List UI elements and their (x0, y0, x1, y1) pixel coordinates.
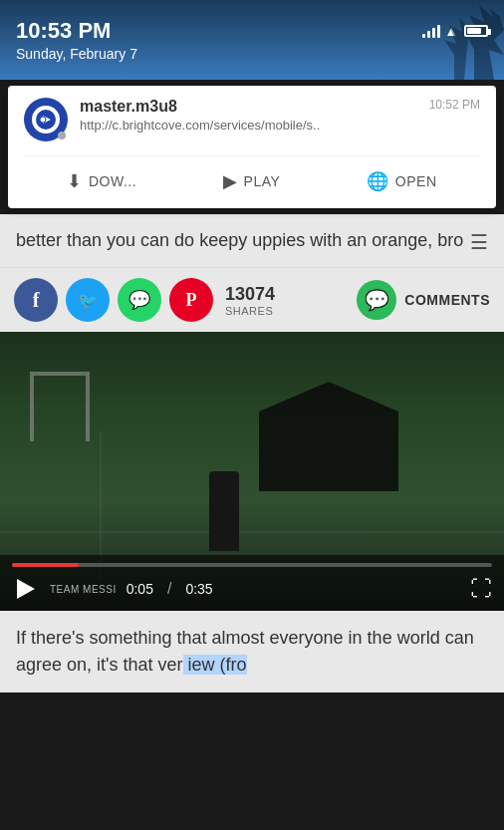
notification-card: master.m3u8 http://c.brightcove.com/serv… (8, 86, 496, 208)
notification-app-name: master.m3u8 (80, 98, 417, 116)
play-label: PLAY (244, 173, 281, 189)
download-label: DOW... (89, 173, 136, 189)
time-separator: / (167, 580, 171, 598)
social-bar: f 🐦 💬 P 13074 SHARES 💬 COMMENTS (0, 267, 504, 332)
whatsapp-icon: 💬 (128, 289, 150, 311)
bottom-article-section: If there's something that almost everyon… (0, 611, 504, 692)
video-progress-fill (12, 563, 79, 567)
article-body-text: better than you can do keepy uppies with… (16, 228, 488, 253)
small-dot (58, 132, 66, 139)
video-total-time: 0:35 (185, 581, 212, 597)
notification-url: http://c.brightcove.com/services/mobile/… (80, 118, 359, 133)
video-play-button[interactable] (12, 575, 40, 603)
globe-icon: 🌐 (367, 170, 389, 192)
video-current-time: 0:05 (126, 581, 153, 597)
download-icon: ⬇ (67, 170, 83, 192)
channel-tag: TEAM MESSI (50, 584, 117, 595)
comments-label: COMMENTS (404, 292, 490, 308)
play-triangle-icon (17, 579, 35, 599)
open-button[interactable]: 🌐 OPEN (359, 166, 444, 196)
open-label: OPEN (395, 173, 437, 189)
notification-actions: ⬇ DOW... ▶ PLAY 🌐 OPEN (24, 155, 480, 196)
shares-count: 13074 (225, 284, 275, 305)
svg-point-1 (40, 117, 46, 123)
download-button[interactable]: ⬇ DOW... (59, 166, 144, 196)
shares-label: SHARES (225, 305, 275, 317)
fullscreen-button[interactable]: ⛶ (470, 578, 492, 600)
status-time: 10:53 PM (16, 18, 111, 44)
comments-icon: 💬 (357, 280, 396, 320)
facebook-share-button[interactable]: f (14, 278, 58, 322)
fullscreen-icon: ⛶ (470, 576, 492, 601)
app-icon (24, 98, 68, 141)
video-controls: TEAM MESSI 0:05 / 0:35 ⛶ (0, 555, 504, 611)
play-icon: ▶ (223, 170, 238, 192)
highlighted-text: iew (fro (183, 655, 247, 675)
whatsapp-share-button[interactable]: 💬 (118, 278, 161, 322)
play-button[interactable]: ▶ PLAY (215, 166, 288, 196)
notification-time: 10:52 PM (429, 98, 480, 112)
twitter-icon: 🐦 (78, 291, 98, 310)
app-icon-inner (32, 106, 60, 134)
menu-icon[interactable]: ☰ (470, 230, 488, 254)
twitter-share-button[interactable]: 🐦 (66, 278, 110, 322)
status-bar: 10:53 PM ▲ Sunday, February 7 (0, 0, 504, 80)
pinterest-icon: P (186, 290, 197, 311)
shares-info: 13074 SHARES (225, 284, 275, 317)
comment-bubble-icon: 💬 (365, 288, 389, 312)
video-progress-bar[interactable] (12, 563, 492, 567)
notification-info: master.m3u8 http://c.brightcove.com/serv… (80, 98, 417, 133)
comments-button[interactable]: 💬 COMMENTS (357, 280, 490, 320)
battery-icon (464, 25, 488, 37)
pinterest-share-button[interactable]: P (169, 278, 213, 322)
facebook-icon: f (33, 289, 40, 312)
bottom-article-text: If there's something that almost everyon… (16, 625, 488, 679)
video-player[interactable]: TEAM MESSI 0:05 / 0:35 ⛶ (0, 332, 504, 611)
article-text-above-video: ☰ better than you can do keepy uppies wi… (0, 214, 504, 267)
